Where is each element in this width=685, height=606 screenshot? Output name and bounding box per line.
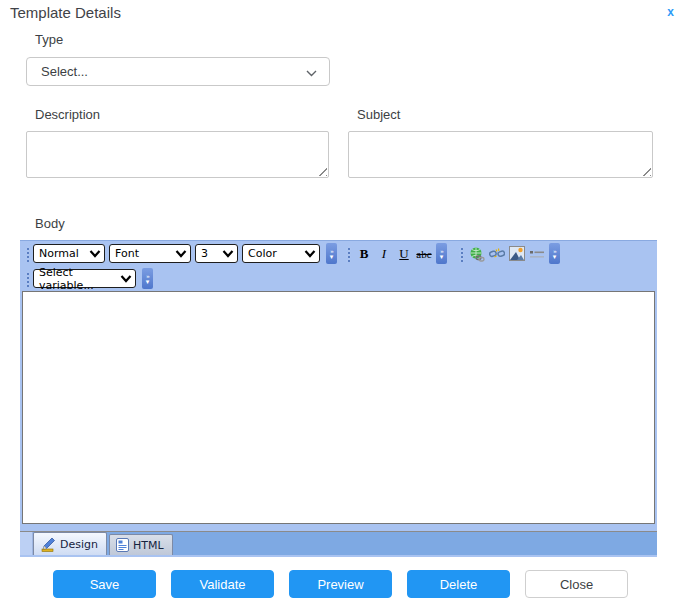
chevron-down-icon [120, 275, 132, 283]
tab-html[interactable]: HTML [109, 534, 173, 555]
toolbar-grip-handle[interactable] [25, 271, 30, 287]
editor-mode-tabstrip: Design HTML [20, 531, 657, 555]
body-label: Body [35, 216, 65, 231]
subject-label: Subject [357, 107, 400, 122]
remove-hyperlink-icon[interactable] [487, 244, 507, 264]
editor-toolbar-row1: Normal Font 3 Color »▾ B [20, 241, 657, 266]
italic-button[interactable]: I [374, 244, 394, 264]
tab-html-label: HTML [133, 539, 164, 552]
description-field-wrap [26, 131, 329, 178]
design-pencil-icon [40, 537, 56, 552]
action-button-bar: Save Validate Preview Delete Close [53, 570, 628, 598]
validate-button[interactable]: Validate [171, 570, 274, 598]
delete-button[interactable]: Delete [407, 570, 510, 598]
chevron-down-icon [175, 250, 187, 258]
description-input[interactable] [26, 131, 329, 178]
toolbar-grip-handle[interactable] [25, 246, 30, 262]
toolbar-format-group: Normal Font 3 Color »▾ [22, 242, 338, 265]
chevron-down-icon [222, 250, 234, 258]
tab-design[interactable]: Design [33, 532, 107, 555]
toolbar-overflow-button[interactable]: »▾ [436, 243, 447, 264]
toolbar-overflow-button[interactable]: »▾ [142, 268, 153, 289]
editor-toolbar-row2: Select variable... »▾ [20, 266, 657, 291]
toolbar-grip-handle[interactable] [459, 246, 464, 262]
html-source-icon [116, 538, 129, 552]
toolbar-insert-group: »▾ [456, 242, 561, 265]
template-details-dialog: Template Details x Type Select... Descri… [0, 0, 685, 606]
body-editor-content[interactable] [22, 291, 655, 524]
type-select[interactable]: Select... [26, 57, 330, 86]
close-button[interactable]: Close [525, 570, 628, 598]
insert-image-icon[interactable] [507, 244, 527, 264]
chevron-down-icon [89, 250, 101, 258]
type-label: Type [35, 32, 63, 47]
rich-text-editor: Normal Font 3 Color »▾ B [20, 240, 657, 557]
page-title: Template Details [10, 4, 121, 21]
underline-button[interactable]: U [394, 244, 414, 264]
select-variable-dropdown[interactable]: Select variable... [33, 269, 136, 288]
type-select-value: Select... [41, 64, 306, 79]
horizontal-rule-icon[interactable] [527, 244, 547, 264]
description-label: Description [35, 107, 100, 122]
toolbar-variable-group: Select variable... »▾ [22, 267, 154, 290]
tab-design-label: Design [60, 538, 98, 551]
editor-gap-strip [20, 524, 657, 531]
style-dropdown[interactable]: Normal [33, 244, 105, 263]
toolbar-grip-handle[interactable] [346, 246, 351, 262]
font-size-dropdown[interactable]: 3 [195, 244, 238, 263]
subject-input[interactable] [348, 131, 653, 178]
chevron-down-icon [304, 250, 316, 258]
toolbar-overflow-button[interactable]: »▾ [549, 243, 560, 264]
save-button[interactable]: Save [53, 570, 156, 598]
close-dialog-x[interactable]: x [667, 5, 674, 19]
toolbar-overflow-button[interactable]: »▾ [326, 243, 337, 264]
font-dropdown[interactable]: Font [109, 244, 191, 263]
color-dropdown[interactable]: Color [242, 244, 320, 263]
tabstrip-lead-spacer [20, 532, 33, 555]
chevron-down-icon [306, 63, 317, 81]
subject-field-wrap [348, 131, 653, 178]
strikethrough-button[interactable]: abc [414, 244, 434, 264]
bold-button[interactable]: B [354, 244, 374, 264]
preview-button[interactable]: Preview [289, 570, 392, 598]
toolbar-text-style-group: B I U abc »▾ [343, 242, 448, 265]
insert-hyperlink-icon[interactable] [467, 244, 487, 264]
